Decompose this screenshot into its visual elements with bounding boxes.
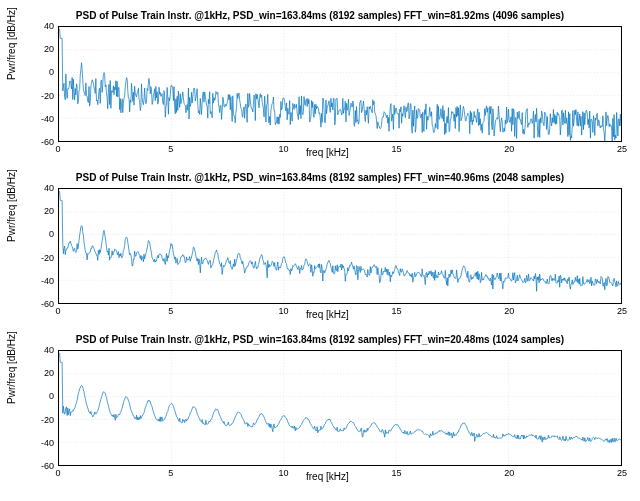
y-tick-label: -60 [41, 461, 54, 471]
y-tick-label: -60 [41, 299, 54, 309]
y-tick-label: -20 [41, 415, 54, 425]
x-axis-label: freq [kHz] [306, 309, 349, 320]
x-tick-label: 10 [279, 306, 289, 316]
y-tick-label: -40 [41, 114, 54, 124]
y-tick-label: 20 [44, 206, 54, 216]
psd-trace [59, 29, 621, 141]
plot-area [58, 26, 622, 142]
x-tick-label: 20 [504, 468, 514, 478]
y-axis-ticks: -60-40-2002040 [8, 350, 56, 466]
x-tick-label: 15 [391, 144, 401, 154]
x-tick-label: 20 [504, 306, 514, 316]
y-tick-label: 0 [49, 391, 54, 401]
psd-trace [59, 191, 621, 291]
y-tick-label: 40 [44, 183, 54, 193]
plot-area [58, 188, 622, 304]
psd-chart-2: PSD of Pulse Train Instr. @1kHz, PSD_win… [8, 172, 632, 332]
x-tick-label: 0 [55, 468, 60, 478]
chart-title: PSD of Pulse Train Instr. @1kHz, PSD_win… [8, 334, 632, 345]
psd-trace [59, 353, 621, 442]
y-tick-label: 0 [49, 229, 54, 239]
y-tick-label: 0 [49, 67, 54, 77]
x-tick-label: 10 [279, 144, 289, 154]
chart-title: PSD of Pulse Train Instr. @1kHz, PSD_win… [8, 172, 632, 183]
psd-chart-1: PSD of Pulse Train Instr. @1kHz, PSD_win… [8, 10, 632, 170]
x-tick-label: 15 [391, 468, 401, 478]
x-tick-label: 0 [55, 144, 60, 154]
y-tick-label: 40 [44, 345, 54, 355]
y-axis-ticks: -60-40-2002040 [8, 26, 56, 142]
y-axis-ticks: -60-40-2002040 [8, 188, 56, 304]
x-tick-label: 25 [617, 468, 627, 478]
x-tick-label: 25 [617, 144, 627, 154]
y-tick-label: 40 [44, 21, 54, 31]
x-tick-label: 5 [168, 468, 173, 478]
x-axis-label: freq [kHz] [306, 147, 349, 158]
y-tick-label: -40 [41, 438, 54, 448]
x-tick-label: 5 [168, 306, 173, 316]
y-tick-label: -40 [41, 276, 54, 286]
y-tick-label: -60 [41, 137, 54, 147]
chart-title: PSD of Pulse Train Instr. @1kHz, PSD_win… [8, 10, 632, 21]
x-axis-label: freq [kHz] [306, 471, 349, 482]
x-tick-label: 20 [504, 144, 514, 154]
x-tick-label: 10 [279, 468, 289, 478]
y-tick-label: -20 [41, 91, 54, 101]
y-tick-label: 20 [44, 368, 54, 378]
y-tick-label: -20 [41, 253, 54, 263]
y-tick-label: 20 [44, 44, 54, 54]
x-tick-label: 25 [617, 306, 627, 316]
x-tick-label: 15 [391, 306, 401, 316]
psd-chart-3: PSD of Pulse Train Instr. @1kHz, PSD_win… [8, 334, 632, 494]
x-tick-label: 5 [168, 144, 173, 154]
plot-area [58, 350, 622, 466]
x-tick-label: 0 [55, 306, 60, 316]
